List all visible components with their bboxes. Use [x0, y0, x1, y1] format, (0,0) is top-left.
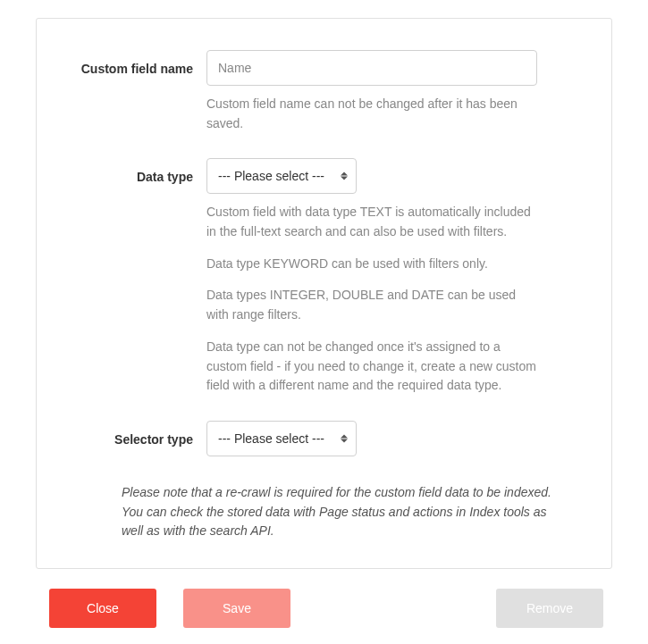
custom-field-name-input[interactable] — [206, 50, 537, 86]
field-custom-name: Custom field name Custom field name can … — [72, 50, 576, 133]
note-row: Please note that a re-crawl is required … — [72, 483, 576, 541]
help-datatype-p4: Data type can not be changed once it's a… — [206, 338, 537, 396]
help-text-datatype: Custom field with data type TEXT is auto… — [206, 203, 537, 396]
help-datatype-p3: Data types INTEGER, DOUBLE and DATE can … — [206, 286, 537, 324]
field-data-type: Data type --- Please select --- Custom f… — [72, 158, 576, 396]
data-type-select[interactable]: --- Please select --- — [206, 158, 357, 194]
control-wrap-datatype: --- Please select --- Custom field with … — [206, 158, 576, 396]
note-text: Please note that a re-crawl is required … — [122, 483, 567, 541]
selector-type-select-wrap: --- Please select --- — [206, 421, 357, 456]
close-button[interactable]: Close — [49, 589, 156, 628]
control-wrap-name: Custom field name can not be changed aft… — [206, 50, 576, 133]
help-datatype-p2: Data type KEYWORD can be used with filte… — [206, 255, 537, 274]
control-wrap-selectortype: --- Please select --- — [206, 421, 576, 456]
save-button[interactable]: Save — [183, 589, 290, 628]
data-type-select-wrap: --- Please select --- — [206, 158, 357, 194]
button-row: Close Save Remove — [36, 589, 612, 628]
help-datatype-p1: Custom field with data type TEXT is auto… — [206, 203, 537, 241]
label-custom-name: Custom field name — [72, 50, 206, 133]
selector-type-select[interactable]: --- Please select --- — [206, 421, 357, 456]
field-selector-type: Selector type --- Please select --- — [72, 421, 576, 456]
label-selector-type: Selector type — [72, 421, 206, 456]
label-data-type: Data type — [72, 158, 206, 396]
help-name-p1: Custom field name can not be changed aft… — [206, 95, 537, 133]
form-panel: Custom field name Custom field name can … — [36, 18, 612, 569]
remove-button[interactable]: Remove — [496, 589, 603, 628]
help-text-name: Custom field name can not be changed aft… — [206, 95, 537, 133]
